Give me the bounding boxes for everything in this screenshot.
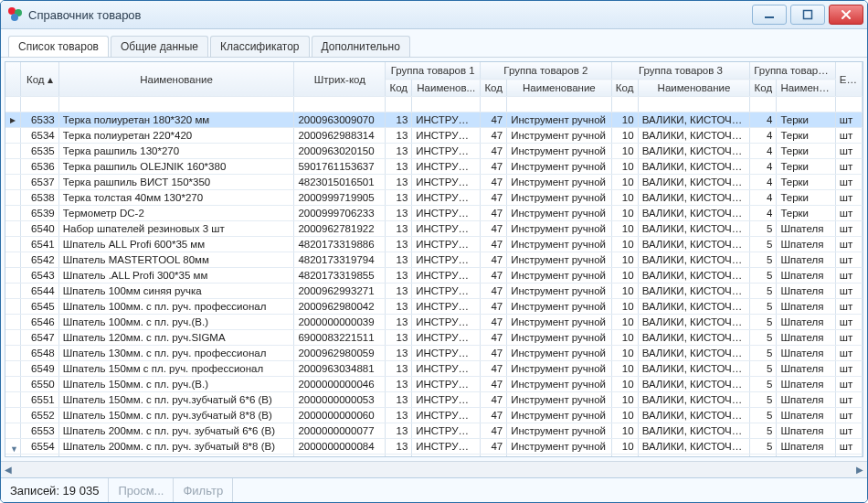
- table-row[interactable]: 6537Терка рашпиль ВИСТ 150*3504823015016…: [5, 175, 863, 190]
- horizontal-scrollbar[interactable]: ◀▶: [1, 461, 867, 477]
- tab-2[interactable]: Классификатор: [210, 36, 310, 57]
- grid: Код ▴ Наименование Штрих-код Группа това…: [5, 61, 863, 457]
- col-g4-name[interactable]: Наименов...: [777, 80, 835, 97]
- col-unit[interactable]: Ед. изм.: [835, 62, 862, 97]
- table-row[interactable]: 6541Шпатель ALL Profi 600*35 мм482017331…: [5, 237, 863, 252]
- scroll-left-icon[interactable]: ◀: [5, 465, 12, 475]
- table-row[interactable]: 6547Шпатель 120мм. с пл. руч.SIGMA690008…: [5, 330, 863, 346]
- scroll-up-icon[interactable]: ▲: [6, 456, 22, 457]
- table-row[interactable]: 6546Шпатель 100мм. с пл. руч.(В.)2000000…: [5, 315, 863, 330]
- col-group3[interactable]: Группа товаров 3: [611, 62, 750, 80]
- tab-1[interactable]: Общие данные: [111, 36, 208, 57]
- table-row[interactable]: 6549Шпатель 150мм с пл. руч. профессиона…: [5, 361, 863, 377]
- col-g2-name[interactable]: Наименование: [507, 80, 611, 97]
- tab-0[interactable]: Список товаров: [8, 36, 109, 57]
- app-icon: [8, 7, 23, 22]
- scroll-right-icon[interactable]: ▶: [856, 465, 863, 475]
- table-row[interactable]: 6545Шпатель 100мм. с пл. руч. профессион…: [5, 299, 863, 315]
- table-row[interactable]: 6554Шпатель 200мм. с пл. руч. зубчатый 8…: [5, 439, 863, 455]
- status-view-button[interactable]: Просм...: [109, 478, 174, 502]
- table-row[interactable]: 6542Шпатель MASTERTOOL 80мм4820173319794…: [5, 252, 863, 268]
- close-button[interactable]: [829, 5, 863, 25]
- col-group2[interactable]: Группа товаров 2: [481, 62, 611, 80]
- status-records: Записей: 19 035: [1, 478, 109, 502]
- table-row[interactable]: 6534Терка полиуретан 220*420200096298831…: [5, 128, 863, 144]
- col-barcode[interactable]: Штрих-код: [294, 62, 386, 97]
- col-code[interactable]: Код ▴: [21, 62, 59, 97]
- table-row[interactable]: 6552Шпатель 150мм. с пл. руч.зубчатый 8*…: [5, 408, 863, 423]
- table-row[interactable]: 6535Терка рашпиль 130*270200096302015013…: [5, 144, 863, 159]
- col-g3-name[interactable]: Наименование: [638, 80, 750, 97]
- col-g1-name[interactable]: Наименов...: [412, 80, 481, 97]
- tab-3[interactable]: Дополнительно: [312, 36, 410, 57]
- statusbar: Записей: 19 035 Просм... Фильтр: [1, 477, 867, 502]
- table-row[interactable]: 6544Шпатель 100мм синяя ручка20009629932…: [5, 284, 863, 299]
- col-g2-code[interactable]: Код: [481, 80, 507, 97]
- table-row[interactable]: 6553Шпатель 200мм. с пл. руч. зубчатый 6…: [5, 423, 863, 439]
- titlebar[interactable]: Справочник товаров: [1, 1, 867, 29]
- minimize-button[interactable]: [752, 5, 787, 25]
- col-name[interactable]: Наименование: [58, 62, 294, 97]
- scroll-down-icon[interactable]: ▼: [6, 441, 22, 456]
- app-window: Справочник товаров Список товаровОбщие д…: [0, 0, 868, 503]
- tab-strip: Список товаровОбщие данныеКлассификаторД…: [1, 29, 867, 58]
- col-g4-code[interactable]: Код: [750, 80, 777, 97]
- table-row[interactable]: ▸6533Терка полиуретан 180*320 мм20009630…: [5, 112, 863, 128]
- window-title: Справочник товаров: [28, 8, 752, 22]
- table-row[interactable]: 6555Шпатель 200мм. с пл. руч.(В)20000000…: [5, 455, 863, 457]
- table-row[interactable]: 6551Шпатель 150мм. с пл. руч.зубчатый 6*…: [5, 392, 863, 408]
- table-row[interactable]: 6550Шпатель 150мм. с пл. руч.(В.)2000000…: [5, 377, 863, 392]
- col-group1[interactable]: Группа товаров 1: [386, 62, 481, 80]
- col-group4[interactable]: Группа товаров 4: [750, 62, 836, 80]
- svg-rect-1: [804, 11, 812, 19]
- table-row[interactable]: 6548Шпатель 130мм. с пл. руч. профессион…: [5, 346, 863, 361]
- table-row[interactable]: 6538Терка толстая 40мм 130*2702000999719…: [5, 190, 863, 206]
- col-g3-code[interactable]: Код: [611, 80, 638, 97]
- maximize-button[interactable]: [790, 5, 825, 25]
- table-row[interactable]: 6543Шпатель .ALL Profi 300*35 мм48201733…: [5, 268, 863, 284]
- status-filter-button[interactable]: Фильтр: [174, 478, 233, 502]
- col-g1-code[interactable]: Код: [386, 80, 412, 97]
- svg-rect-0: [765, 16, 774, 18]
- table-row[interactable]: 6539Термометр DC-2200099970623313ИНСТРУМ…: [5, 206, 863, 221]
- table-row[interactable]: 6540Набор шпателей резиновых 3 шт2000962…: [5, 221, 863, 237]
- table-row[interactable]: 6536Терка рашпиль OLEJNIK 160*3805901761…: [5, 159, 863, 175]
- filter-row[interactable]: [5, 97, 863, 112]
- col-row-marker[interactable]: [5, 62, 21, 97]
- data-table[interactable]: Код ▴ Наименование Штрих-код Группа това…: [5, 62, 863, 456]
